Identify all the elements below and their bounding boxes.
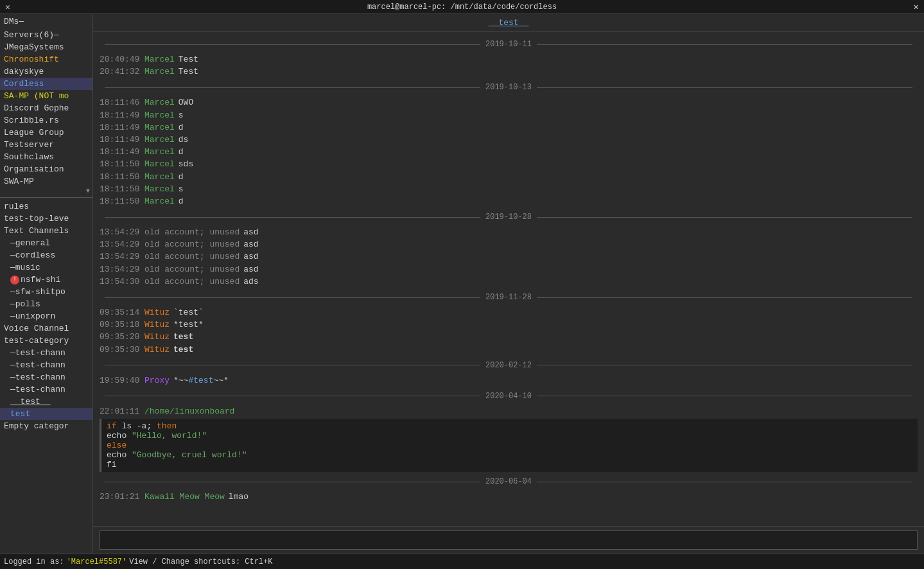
msg-content: test: [173, 344, 918, 356]
message-line: 13:54:29 old account; unused asd: [100, 227, 918, 238]
sidebar-item-jmegasystems[interactable]: JMegaSystems: [0, 41, 92, 53]
sidebar-item-organisation[interactable]: Organisation: [0, 163, 92, 175]
sidebar-item-samp[interactable]: SA-MP (NOT mo: [0, 90, 92, 102]
titlebar-title: marcel@marcel-pc: /mnt/data/code/cordles…: [367, 3, 557, 12]
msg-author: Kawaii Meow Meow: [144, 491, 225, 503]
msg-content: asd: [243, 239, 918, 250]
msg-author: /home/linuxonboard: [144, 406, 234, 417]
notification-badge: !: [10, 276, 19, 284]
date-separator: 2020-06-04: [100, 477, 918, 486]
close-button[interactable]: ✕: [914, 1, 919, 12]
code-keyword: if: [107, 421, 117, 431]
sidebar-item-southclaws[interactable]: Southclaws: [0, 151, 92, 163]
titlebar: ✕ marcel@marcel-pc: /mnt/data/code/cordl…: [0, 0, 924, 14]
sidebar-item-chronoshift[interactable]: Chronoshift: [0, 53, 92, 66]
sidebar-item-discordgophe[interactable]: Discord Gophe: [0, 102, 92, 114]
msg-author: old account; unused: [144, 227, 240, 238]
msg-author: Marcel: [144, 122, 175, 134]
channel-title-bar: __test__: [93, 14, 924, 32]
msg-time: 23:01:21: [100, 491, 144, 503]
message-line: 23:01:21 Kawaii Meow Meow lmao: [100, 491, 918, 503]
message-line: 13:54:30 old account; unused ads: [100, 276, 918, 288]
sidebar-item-testchann2[interactable]: —test-chann: [0, 359, 92, 371]
msg-author: old account; unused: [144, 276, 240, 288]
date-separator: 2019-11-28: [100, 293, 918, 302]
message-line: 13:54:29 old account; unused asd: [100, 251, 918, 263]
msg-time: 18:11:50: [100, 184, 144, 195]
msg-author: Marcel: [144, 196, 175, 207]
sidebar-item-dakyskye[interactable]: dakyskye: [0, 66, 92, 78]
status-shortcuts[interactable]: View / Change shortcuts: Ctrl+K: [129, 557, 272, 566]
msg-time: 20:41:32: [100, 66, 144, 78]
msg-content: Test: [179, 66, 918, 78]
main-area: DMs— Servers(6)— JMegaSystems Chronoshif…: [0, 14, 924, 554]
msg-author: Wituz: [144, 307, 170, 319]
msg-time: 18:11:50: [100, 196, 144, 207]
msg-content: s: [179, 184, 918, 195]
msg-content: *test*: [173, 319, 918, 331]
msg-author: Marcel: [144, 184, 175, 195]
bold-text: test: [173, 345, 193, 355]
msg-author: old account; unused: [144, 239, 240, 250]
sidebar-item-testserver[interactable]: Testserver: [0, 139, 92, 151]
code-keyword: then: [157, 421, 177, 431]
message-input[interactable]: [100, 530, 918, 550]
msg-author: Marcel: [144, 54, 175, 66]
channel-title: __test__: [489, 18, 528, 28]
titlebar-left: ✕: [5, 2, 10, 12]
code-string: "Goodbye, cruel world!": [132, 450, 247, 460]
sidebar-item-music[interactable]: —music: [0, 261, 92, 274]
msg-time: 18:11:49: [100, 122, 144, 134]
msg-time: 18:11:50: [100, 159, 144, 170]
msg-author: Marcel: [144, 146, 175, 158]
sidebar-item-nsfw[interactable]: !nsfw-shi: [0, 274, 92, 286]
sidebar-item-cordless-channel[interactable]: —cordless: [0, 249, 92, 261]
msg-author: Marcel: [144, 171, 175, 183]
status-username: 'Marcel#5587': [67, 557, 127, 566]
sidebar-item-cordless[interactable]: Cordless: [0, 78, 92, 90]
message-line: 09:35:20 Wituz test: [100, 331, 918, 343]
msg-time: 18:11:49: [100, 110, 144, 121]
bold-text: test: [173, 332, 193, 342]
dms-header: DMs—: [0, 14, 92, 28]
msg-content: d: [179, 122, 918, 134]
sidebar-item-leaguegroup[interactable]: League Group: [0, 127, 92, 139]
sidebar-item-polls[interactable]: —polls: [0, 298, 92, 310]
code-string: "Hello, world!": [132, 431, 207, 441]
date-separator: 2019-10-28: [100, 213, 918, 222]
chat-area: __test__ 2019-10-11 20:40:49 Marcel Test…: [93, 14, 924, 554]
sidebar-item-testchann4[interactable]: —test-chann: [0, 383, 92, 396]
msg-content: `test`: [173, 307, 918, 319]
msg-time: 18:11:46: [100, 97, 144, 109]
msg-time: 18:11:49: [100, 146, 144, 158]
message-line: 09:35:18 Wituz *test*: [100, 319, 918, 331]
message-line: 19:59:40 Proxy *~~#test~~*: [100, 375, 918, 387]
sidebar-item-testchann3[interactable]: —test-chann: [0, 371, 92, 383]
msg-content: d: [179, 171, 918, 183]
sidebar-item-general[interactable]: —general: [0, 237, 92, 249]
sidebar-item-underlinetest[interactable]: __test__: [0, 396, 92, 408]
sidebar-item-sfw[interactable]: —sfw-shitpo: [0, 286, 92, 298]
message-line: 18:11:50 Marcel sds: [100, 159, 918, 170]
sidebar-item-unixporn[interactable]: —unixporn: [0, 310, 92, 322]
message-line: 18:11:46 Marcel OWO: [100, 97, 918, 109]
msg-author: Wituz: [144, 344, 170, 356]
msg-content: sds: [179, 159, 918, 170]
sidebar-item-testlevel[interactable]: test-top-leve: [0, 213, 92, 225]
sidebar-item-testchann1[interactable]: —test-chann: [0, 347, 92, 359]
msg-time: 09:35:30: [100, 344, 144, 356]
sidebar-item-swamp[interactable]: SWA-MP: [0, 175, 92, 188]
message-line: 20:41:32 Marcel Test: [100, 66, 918, 78]
sidebar-item-test-active[interactable]: test: [0, 408, 92, 420]
message-line: 22:01:11 /home/linuxonboard: [100, 406, 918, 417]
sidebar-item-scribble[interactable]: Scribble.rs: [0, 114, 92, 127]
sidebar-item-rules[interactable]: rules: [0, 200, 92, 213]
message-line: 18:11:50 Marcel d: [100, 171, 918, 183]
messages-area[interactable]: 2019-10-11 20:40:49 Marcel Test 20:41:32…: [93, 32, 924, 526]
msg-content: s: [179, 110, 918, 121]
msg-content: test: [173, 331, 918, 343]
msg-time: 13:54:29: [100, 227, 144, 238]
msg-time: 09:35:18: [100, 319, 144, 331]
msg-time: 13:54:29: [100, 251, 144, 263]
msg-content: asd: [243, 251, 918, 263]
